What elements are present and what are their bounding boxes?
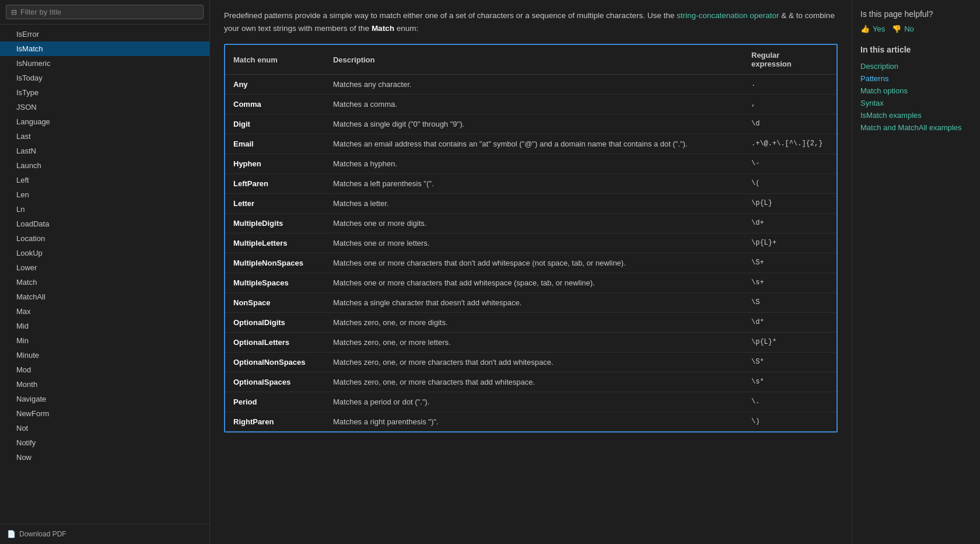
cell-enum: Digit xyxy=(225,114,325,134)
sidebar-item-max[interactable]: Max xyxy=(0,304,209,319)
table-row: OptionalNonSpacesMatches zero, one, or m… xyxy=(225,353,836,372)
helpful-yes-button[interactable]: 👍 Yes xyxy=(860,25,885,33)
filter-box: ⊟ xyxy=(6,5,204,19)
cell-enum: Any xyxy=(225,75,325,95)
sidebar-item-ismatch[interactable]: IsMatch xyxy=(0,41,209,56)
yes-label: Yes xyxy=(873,25,885,33)
sidebar-item-minute[interactable]: Minute xyxy=(0,348,209,362)
sidebar-item-mid[interactable]: Mid xyxy=(0,319,209,333)
sidebar-item-matchall[interactable]: MatchAll xyxy=(0,290,209,304)
table-row: EmailMatches an email address that conta… xyxy=(225,134,836,154)
toc-item-description[interactable]: Description xyxy=(860,60,972,72)
table-row: OptionalLettersMatches zero, one, or mor… xyxy=(225,333,836,353)
cell-description: Matches a left parenthesis "(". xyxy=(325,174,743,194)
toc-title: In this article xyxy=(860,45,972,54)
table-row: LetterMatches a letter.\p{L} xyxy=(225,194,836,214)
download-pdf-button[interactable]: 📄 Download PDF xyxy=(0,524,209,544)
sidebar-item-loaddata[interactable]: LoadData xyxy=(0,217,209,231)
cell-enum: OptionalSpaces xyxy=(225,372,325,392)
sidebar-item-json[interactable]: JSON xyxy=(0,100,209,114)
cell-description: Matches any character. xyxy=(325,75,743,95)
col-header-regex: Regularexpression xyxy=(743,45,836,75)
sidebar-item-match[interactable]: Match xyxy=(0,275,209,290)
cell-regex: \( xyxy=(743,174,836,194)
cell-description: Matches a hyphen. xyxy=(325,154,743,174)
col-header-desc: Description xyxy=(325,45,743,75)
cell-regex: \s* xyxy=(743,372,836,392)
cell-enum: Letter xyxy=(225,194,325,214)
cell-description: Matches a letter. xyxy=(325,194,743,214)
cell-enum: LeftParen xyxy=(225,174,325,194)
sidebar-item-newform[interactable]: NewForm xyxy=(0,406,209,421)
helpful-title: Is this page helpful? xyxy=(860,9,972,19)
download-icon: 📄 xyxy=(7,530,16,538)
sidebar-item-lookup[interactable]: LookUp xyxy=(0,246,209,260)
sidebar-item-istoday[interactable]: IsToday xyxy=(0,71,209,85)
sidebar-item-month[interactable]: Month xyxy=(0,377,209,392)
cell-enum: OptionalDigits xyxy=(225,313,325,333)
sidebar-item-language[interactable]: Language xyxy=(0,114,209,129)
cell-description: Matches an email address that contains a… xyxy=(325,134,743,154)
sidebar-item-len[interactable]: Len xyxy=(0,187,209,202)
download-pdf-label: Download PDF xyxy=(19,530,66,538)
intro-end: enum: xyxy=(397,24,419,33)
sidebar-item-istype[interactable]: IsType xyxy=(0,85,209,100)
cell-regex: \- xyxy=(743,154,836,174)
toc-item-match-options[interactable]: Match options xyxy=(860,85,972,97)
table-row: CommaMatches a comma., xyxy=(225,95,836,114)
table-row: OptionalDigitsMatches zero, one, or more… xyxy=(225,313,836,333)
sidebar-item-ln[interactable]: Ln xyxy=(0,202,209,217)
helpful-section: Is this page helpful? 👍 Yes 👎 No xyxy=(860,9,972,33)
sidebar-item-lastn[interactable]: LastN xyxy=(0,144,209,158)
toc-item-patterns[interactable]: Patterns xyxy=(860,72,972,85)
match-table: Match enum Description Regularexpression… xyxy=(225,45,836,431)
sidebar-item-navigate[interactable]: Navigate xyxy=(0,392,209,406)
table-row: DigitMatches a single digit ("0" through… xyxy=(225,114,836,134)
sidebar-item-left[interactable]: Left xyxy=(0,173,209,187)
cell-regex: .+\@.+\.[^\.]{2,} xyxy=(743,134,836,154)
table-row: AnyMatches any character.. xyxy=(225,75,836,95)
cell-description: Matches a period or dot ("."). xyxy=(325,392,743,412)
sidebar-item-last[interactable]: Last xyxy=(0,129,209,144)
match-table-wrapper: Match enum Description Regularexpression… xyxy=(224,44,838,433)
sidebar-item-isnumeric[interactable]: IsNumeric xyxy=(0,56,209,71)
string-concat-link[interactable]: string-concatenation operator xyxy=(677,11,779,20)
filter-icon: ⊟ xyxy=(11,8,17,16)
cell-regex: \d+ xyxy=(743,214,836,233)
cell-regex: \d xyxy=(743,114,836,134)
table-row: MultipleSpacesMatches one or more charac… xyxy=(225,273,836,293)
cell-enum: OptionalNonSpaces xyxy=(225,353,325,372)
table-row: LeftParenMatches a left parenthesis "(".… xyxy=(225,174,836,194)
cell-enum: Period xyxy=(225,392,325,412)
sidebar-item-lower[interactable]: Lower xyxy=(0,260,209,275)
cell-enum: Comma xyxy=(225,95,325,114)
sidebar-item-now[interactable]: Now xyxy=(0,450,209,465)
sidebar-item-mod[interactable]: Mod xyxy=(0,362,209,377)
sidebar-item-iserror[interactable]: IsError xyxy=(0,27,209,41)
col-header-enum: Match enum xyxy=(225,45,325,75)
no-label: No xyxy=(904,25,914,33)
cell-description: Matches one or more characters that don'… xyxy=(325,253,743,273)
sidebar-item-notify[interactable]: Notify xyxy=(0,435,209,450)
table-row: PeriodMatches a period or dot (".").\. xyxy=(225,392,836,412)
sidebar-item-not[interactable]: Not xyxy=(0,421,209,435)
table-row: MultipleNonSpacesMatches one or more cha… xyxy=(225,253,836,273)
cell-regex: \p{L}* xyxy=(743,333,836,353)
toc-item-match-and-matchall-examples[interactable]: Match and MatchAll examples xyxy=(860,121,972,134)
sidebar-item-launch[interactable]: Launch xyxy=(0,158,209,173)
cell-regex: \p{L} xyxy=(743,194,836,214)
table-row: HyphenMatches a hyphen.\- xyxy=(225,154,836,174)
toc-item-ismatch-examples[interactable]: IsMatch examples xyxy=(860,109,972,121)
sidebar-item-min[interactable]: Min xyxy=(0,333,209,348)
intro-text-before: Predefined patterns provide a simple way… xyxy=(224,11,674,20)
sidebar-filter-area: ⊟ xyxy=(0,0,209,25)
helpful-no-button[interactable]: 👎 No xyxy=(892,25,914,33)
filter-input[interactable] xyxy=(20,8,198,16)
cell-description: Matches one or more characters that add … xyxy=(325,273,743,293)
cell-enum: OptionalLetters xyxy=(225,333,325,353)
cell-enum: MultipleSpaces xyxy=(225,273,325,293)
cell-description: Matches zero, one, or more characters th… xyxy=(325,353,743,372)
cell-description: Matches one or more letters. xyxy=(325,233,743,253)
toc-item-syntax[interactable]: Syntax xyxy=(860,97,972,109)
sidebar-item-location[interactable]: Location xyxy=(0,231,209,246)
